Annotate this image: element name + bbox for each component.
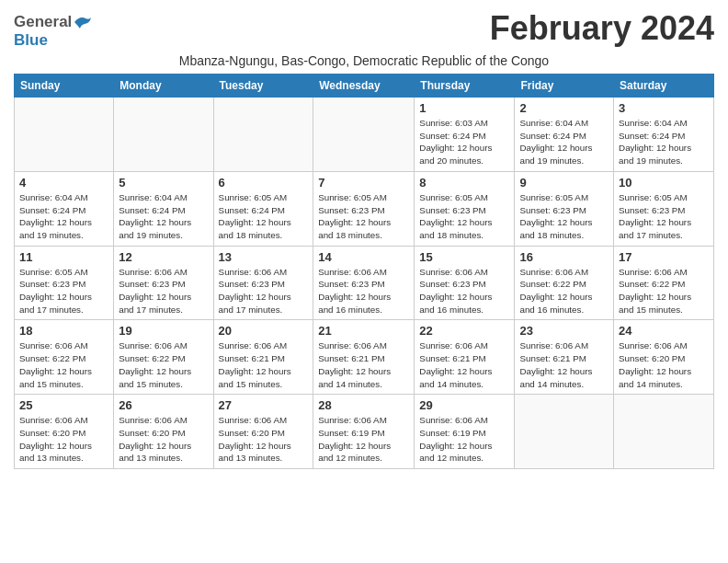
day-detail: Sunrise: 6:05 AMSunset: 6:23 PMDaylight:… [619, 191, 709, 242]
header-day-wednesday: Wednesday [313, 75, 415, 98]
day-detail: Sunrise: 6:06 AMSunset: 6:19 PMDaylight:… [419, 414, 509, 465]
calendar-cell: 27Sunrise: 6:06 AMSunset: 6:20 PMDayligh… [213, 395, 313, 469]
day-number: 24 [619, 324, 709, 338]
day-detail: Sunrise: 6:06 AMSunset: 6:20 PMDaylight:… [19, 414, 108, 465]
day-number: 14 [318, 250, 409, 264]
day-number: 11 [19, 250, 108, 264]
calendar-body: 1Sunrise: 6:03 AMSunset: 6:24 PMDaylight… [15, 98, 714, 469]
day-detail: Sunrise: 6:03 AMSunset: 6:24 PMDaylight:… [419, 117, 509, 167]
day-number: 22 [419, 324, 509, 338]
day-number: 7 [318, 176, 409, 190]
week-row-3: 18Sunrise: 6:06 AMSunset: 6:22 PMDayligh… [15, 320, 714, 395]
week-row-1: 4Sunrise: 6:04 AMSunset: 6:24 PMDaylight… [15, 171, 714, 246]
day-detail: Sunrise: 6:06 AMSunset: 6:23 PMDaylight:… [119, 266, 208, 316]
logo-blue-text: Blue [14, 31, 48, 50]
calendar-cell: 1Sunrise: 6:03 AMSunset: 6:24 PMDaylight… [415, 98, 515, 172]
calendar-cell: 25Sunrise: 6:06 AMSunset: 6:20 PMDayligh… [15, 395, 114, 469]
week-row-2: 11Sunrise: 6:05 AMSunset: 6:23 PMDayligh… [15, 246, 714, 320]
calendar-cell: 6Sunrise: 6:05 AMSunset: 6:24 PMDaylight… [213, 171, 313, 246]
day-number: 27 [219, 398, 309, 412]
calendar-cell: 5Sunrise: 6:04 AMSunset: 6:24 PMDaylight… [114, 171, 213, 246]
header-day-saturday: Saturday [614, 75, 714, 98]
calendar-cell: 20Sunrise: 6:06 AMSunset: 6:21 PMDayligh… [213, 320, 313, 395]
day-number: 20 [219, 324, 309, 338]
day-detail: Sunrise: 6:06 AMSunset: 6:21 PMDaylight:… [318, 339, 409, 390]
calendar-cell [515, 395, 614, 469]
calendar-cell: 7Sunrise: 6:05 AMSunset: 6:23 PMDaylight… [313, 171, 415, 246]
calendar-cell: 8Sunrise: 6:05 AMSunset: 6:23 PMDaylight… [415, 171, 515, 246]
calendar-cell: 23Sunrise: 6:06 AMSunset: 6:21 PMDayligh… [515, 320, 614, 395]
day-number: 25 [19, 398, 108, 412]
calendar-cell: 12Sunrise: 6:06 AMSunset: 6:23 PMDayligh… [114, 246, 213, 320]
calendar-cell: 28Sunrise: 6:06 AMSunset: 6:19 PMDayligh… [313, 395, 415, 469]
day-detail: Sunrise: 6:04 AMSunset: 6:24 PMDaylight:… [19, 191, 108, 242]
day-detail: Sunrise: 6:06 AMSunset: 6:20 PMDaylight:… [119, 414, 208, 465]
header-day-thursday: Thursday [415, 75, 515, 98]
calendar-cell: 26Sunrise: 6:06 AMSunset: 6:20 PMDayligh… [114, 395, 213, 469]
day-number: 19 [119, 324, 208, 338]
day-detail: Sunrise: 6:04 AMSunset: 6:24 PMDaylight:… [519, 117, 609, 167]
header-day-tuesday: Tuesday [213, 75, 313, 98]
day-detail: Sunrise: 6:06 AMSunset: 6:23 PMDaylight:… [419, 266, 509, 316]
calendar-cell [614, 395, 714, 469]
day-detail: Sunrise: 6:05 AMSunset: 6:23 PMDaylight:… [19, 266, 108, 316]
calendar-subtitle: Mbanza-Ngungu, Bas-Congo, Democratic Rep… [14, 53, 714, 68]
calendar-cell: 9Sunrise: 6:05 AMSunset: 6:23 PMDaylight… [515, 171, 614, 246]
day-detail: Sunrise: 6:06 AMSunset: 6:22 PMDaylight:… [519, 266, 609, 316]
day-detail: Sunrise: 6:05 AMSunset: 6:24 PMDaylight:… [219, 191, 309, 242]
calendar-cell: 2Sunrise: 6:04 AMSunset: 6:24 PMDaylight… [515, 98, 614, 172]
logo: General Blue [14, 13, 93, 50]
day-detail: Sunrise: 6:06 AMSunset: 6:22 PMDaylight:… [19, 339, 108, 390]
calendar-header: SundayMondayTuesdayWednesdayThursdayFrid… [15, 75, 714, 98]
header-day-friday: Friday [515, 75, 614, 98]
day-number: 13 [219, 250, 309, 264]
calendar-cell [313, 98, 415, 172]
day-detail: Sunrise: 6:06 AMSunset: 6:21 PMDaylight:… [219, 339, 309, 390]
header: General Blue February 2024 [14, 9, 714, 50]
calendar-cell: 22Sunrise: 6:06 AMSunset: 6:21 PMDayligh… [415, 320, 515, 395]
day-detail: Sunrise: 6:06 AMSunset: 6:21 PMDaylight:… [419, 339, 509, 390]
logo-general-text: General [14, 13, 72, 31]
day-number: 10 [619, 176, 709, 190]
day-number: 6 [219, 176, 309, 190]
day-detail: Sunrise: 6:05 AMSunset: 6:23 PMDaylight:… [318, 191, 409, 242]
calendar-cell: 24Sunrise: 6:06 AMSunset: 6:20 PMDayligh… [614, 320, 714, 395]
day-number: 21 [318, 324, 409, 338]
header-day-sunday: Sunday [15, 75, 114, 98]
calendar-cell: 21Sunrise: 6:06 AMSunset: 6:21 PMDayligh… [313, 320, 415, 395]
day-number: 15 [419, 250, 509, 264]
day-detail: Sunrise: 6:04 AMSunset: 6:24 PMDaylight:… [619, 117, 709, 167]
calendar-cell [213, 98, 313, 172]
calendar-cell: 10Sunrise: 6:05 AMSunset: 6:23 PMDayligh… [614, 171, 714, 246]
calendar-cell: 18Sunrise: 6:06 AMSunset: 6:22 PMDayligh… [15, 320, 114, 395]
day-detail: Sunrise: 6:06 AMSunset: 6:23 PMDaylight:… [219, 266, 309, 316]
day-number: 28 [318, 398, 409, 412]
week-row-0: 1Sunrise: 6:03 AMSunset: 6:24 PMDaylight… [15, 98, 714, 172]
calendar-cell: 29Sunrise: 6:06 AMSunset: 6:19 PMDayligh… [415, 395, 515, 469]
day-detail: Sunrise: 6:06 AMSunset: 6:20 PMDaylight:… [219, 414, 309, 465]
day-number: 23 [519, 324, 609, 338]
day-number: 2 [519, 101, 609, 115]
logo-bird-icon [73, 14, 93, 30]
week-row-4: 25Sunrise: 6:06 AMSunset: 6:20 PMDayligh… [15, 395, 714, 469]
day-number: 3 [619, 101, 709, 115]
day-detail: Sunrise: 6:05 AMSunset: 6:23 PMDaylight:… [419, 191, 509, 242]
day-number: 29 [419, 398, 509, 412]
day-number: 5 [119, 176, 208, 190]
calendar-cell [114, 98, 213, 172]
calendar-cell: 19Sunrise: 6:06 AMSunset: 6:22 PMDayligh… [114, 320, 213, 395]
header-row: SundayMondayTuesdayWednesdayThursdayFrid… [15, 75, 714, 98]
calendar-cell: 4Sunrise: 6:04 AMSunset: 6:24 PMDaylight… [15, 171, 114, 246]
day-detail: Sunrise: 6:05 AMSunset: 6:23 PMDaylight:… [519, 191, 609, 242]
calendar-table: SundayMondayTuesdayWednesdayThursdayFrid… [14, 74, 714, 469]
calendar-cell: 13Sunrise: 6:06 AMSunset: 6:23 PMDayligh… [213, 246, 313, 320]
day-number: 4 [19, 176, 108, 190]
day-detail: Sunrise: 6:06 AMSunset: 6:19 PMDaylight:… [318, 414, 409, 465]
calendar-cell: 11Sunrise: 6:05 AMSunset: 6:23 PMDayligh… [15, 246, 114, 320]
calendar-cell: 16Sunrise: 6:06 AMSunset: 6:22 PMDayligh… [515, 246, 614, 320]
calendar-cell: 17Sunrise: 6:06 AMSunset: 6:22 PMDayligh… [614, 246, 714, 320]
day-number: 16 [519, 250, 609, 264]
day-detail: Sunrise: 6:06 AMSunset: 6:23 PMDaylight:… [318, 266, 409, 316]
day-number: 17 [619, 250, 709, 264]
day-number: 8 [419, 176, 509, 190]
